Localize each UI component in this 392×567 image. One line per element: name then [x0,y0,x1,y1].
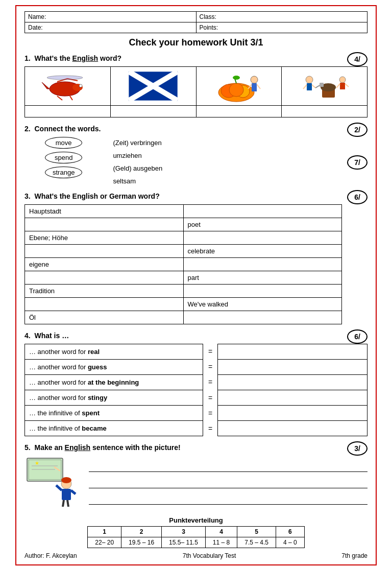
table-row [218,421,368,436]
s4-right-4[interactable] [218,390,368,406]
table-row [218,344,368,360]
words-left: move spend strange [45,137,82,178]
words-right: (Zeit) verbringen umziehen (Geld) ausgeb… [113,137,162,185]
s4-right-3[interactable] [218,375,368,390]
date-cell: Date: [25,22,197,33]
table-row: Öl [25,311,342,324]
s4-right-2[interactable] [218,360,368,375]
word-strange: strange [45,167,82,178]
section-3-title: 3. What's the English or German word? [24,192,342,200]
svg-line-46 [56,485,62,490]
table-row: … another word for at the beginning [25,375,203,390]
vt-left-9[interactable]: Öl [25,311,184,324]
name-cell: Name: [25,12,197,22]
footer-center: 7th Vocabulary Test [183,552,236,559]
s5-line-2[interactable] [89,477,368,488]
svg-rect-33 [320,83,324,87]
answer-row [24,105,368,117]
s4-left-1[interactable]: … another word for real [25,344,203,360]
vt-left-1[interactable]: Hauptstadt [25,205,184,218]
image-cell-1 [25,67,111,105]
svg-point-44 [61,477,71,483]
s5-line-1[interactable] [89,461,368,472]
section-4: 6/ 4. What is … … another word for real … [24,332,368,436]
svg-rect-35 [340,83,345,89]
answer-cell-3[interactable] [197,106,282,117]
svg-point-28 [306,76,313,83]
ph-4: 4 [205,527,237,537]
table-row: Tradition [25,285,342,298]
vt-right-6[interactable]: part [183,271,342,285]
s5-line-3[interactable] [89,493,368,505]
images-row [24,66,368,105]
eq-1: = [208,344,212,359]
vt-left-7[interactable]: Tradition [25,285,184,298]
table-row: We've walked [25,298,342,311]
rw-3: (Geld) ausgeben [113,164,162,172]
svg-text:★: ★ [35,460,39,466]
answer-cell-1[interactable] [25,106,111,117]
vt-right-8[interactable]: We've walked [183,298,342,311]
vt-left-6[interactable] [25,271,184,285]
table-row: … another word for stingy [25,390,203,406]
image-cell-2 [111,67,197,105]
vt-right-5[interactable] [183,258,342,271]
svg-line-47 [71,490,76,494]
table-row: eigene [25,258,342,271]
vt-right-7[interactable] [183,285,342,298]
eq-2: = [208,359,212,374]
table-row: Ebene; Höhe [25,231,342,245]
vt-left-8[interactable] [25,298,184,311]
s4-left-3[interactable]: … another word for at the beginning [25,375,203,390]
vt-right-2[interactable]: poet [183,218,342,231]
table-row: celebrate [25,245,342,258]
answer-cell-2[interactable] [111,106,197,117]
s4-right-1[interactable] [218,344,368,360]
table-row: … the infinitive of spent [25,406,203,421]
svg-line-36 [336,84,340,88]
svg-line-31 [312,85,315,88]
footer-grade: 7th grade [341,552,368,559]
svg-marker-1 [42,82,50,89]
section-4-title: 4. What is … [24,332,368,340]
s4-left-4[interactable]: … another word for stingy [25,390,203,406]
svg-line-6 [57,96,62,100]
score-s5: 3/ [347,441,368,456]
table-row: Hauptstadt [25,205,342,218]
vt-right-9[interactable] [183,311,342,324]
vt-right-1[interactable] [183,205,342,218]
eq-5: = [208,406,212,421]
header-table: Name: Class: Date: Points: [24,11,368,33]
s4-left-5[interactable]: … the infinitive of spent [25,406,203,421]
vt-left-2[interactable] [25,218,184,231]
section-1-title: 1. What's the English word? [24,54,368,62]
vt-left-3[interactable]: Ebene; Höhe [25,231,184,245]
score-s2-top: 2/ [347,123,368,137]
section-5: 3/ 5. Make an English sentence with the … [24,443,368,508]
punkte-values-row: 22– 20 19.5 – 16 15.5– 11.5 11 – 8 7.5 –… [88,537,304,548]
image-cell-3 [197,67,282,105]
s5-lines [89,461,368,505]
dragon-svg [29,69,106,103]
section-1: 4/ 1. What's the English word? [24,54,368,117]
score-s1: 4/ [347,52,368,66]
vt-left-5[interactable]: eigene [25,258,184,271]
answer-cell-4[interactable] [282,106,367,117]
vt-right-3[interactable] [183,231,342,245]
vt-right-4[interactable]: celebrate [183,245,342,258]
teacher-svg: ★ [24,456,81,507]
class-cell: Class: [196,12,368,22]
eq-6: = [208,421,212,436]
word-move: move [45,137,82,149]
s4-left-2[interactable]: … another word for guess [25,360,203,375]
table-row: … the infinitive of became [25,421,203,436]
table-row [218,406,368,421]
s4-right-6[interactable] [218,421,368,436]
vt-left-4[interactable] [25,245,184,258]
svg-point-8 [47,76,83,80]
svg-rect-45 [62,489,71,500]
s4-left-6[interactable]: … the infinitive of became [25,421,203,436]
s4-right-5[interactable] [218,406,368,421]
table-row: part [25,271,342,285]
score-s3: 6/ [347,190,368,204]
